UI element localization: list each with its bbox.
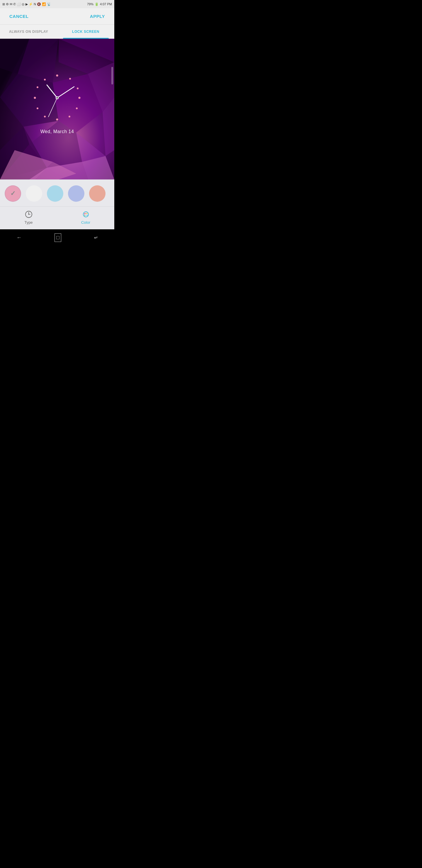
clock-svg (31, 71, 84, 124)
status-icons: ⊞ ⚙ ✉ ✆ ⬜ ◎ ▶ ⚡ N 🔇 📶 📡 (2, 2, 51, 6)
color-label: Color (81, 220, 90, 225)
instagram-icon: ◎ (22, 2, 25, 6)
tab-lock-screen[interactable]: LOCK SCREEN (57, 25, 114, 39)
youtube-icon: ▶ (26, 2, 28, 6)
phone-icon: ✆ (13, 2, 16, 6)
svg-line-33 (57, 87, 74, 98)
color-dot-periwinkle[interactable] (68, 185, 85, 202)
bottom-toolbar: Type Color (0, 207, 114, 229)
nfc-icon: N (34, 2, 36, 6)
scroll-handle[interactable] (111, 67, 113, 85)
svg-line-34 (48, 98, 57, 117)
mail-icon: ✉ (10, 2, 12, 6)
header: CANCEL APPLY (0, 8, 114, 25)
color-dot-salmon[interactable] (89, 185, 105, 202)
svg-line-32 (47, 85, 57, 98)
tab-bar: ALWAYS ON DISPLAY LOCK SCREEN (0, 25, 114, 39)
svg-point-21 (69, 78, 71, 80)
svg-point-27 (44, 116, 46, 118)
color-picker-section: ✓ (0, 180, 114, 207)
analog-clock (31, 71, 84, 124)
battery-icon: 🔋 (95, 2, 99, 6)
color-dot-white[interactable] (26, 185, 42, 202)
recents-icon[interactable]: ↵ (94, 235, 98, 241)
nav-bar: ← □ ↵ (0, 229, 114, 246)
svg-point-36 (57, 97, 58, 98)
selected-checkmark: ✓ (5, 186, 21, 201)
status-right: 79% 🔋 4:07 PM (87, 2, 112, 6)
svg-point-23 (78, 97, 80, 99)
svg-point-41 (83, 212, 89, 217)
clock-type-icon (25, 210, 33, 218)
back-icon[interactable]: ← (17, 235, 22, 241)
color-dot-light-blue[interactable] (47, 185, 63, 202)
clock-container: Wed, March 14 (31, 71, 84, 134)
svg-point-20 (56, 74, 58, 76)
color-dots-row: ✓ (5, 185, 109, 202)
toolbar-type[interactable]: Type (0, 210, 57, 225)
status-bar: ⊞ ⚙ ✉ ✆ ⬜ ◎ ▶ ⚡ N 🔇 📶 📡 79% 🔋 4:07 PM (0, 0, 114, 8)
tab-always-on-display[interactable]: ALWAYS ON DISPLAY (0, 25, 57, 39)
image-icon: ⬜ (17, 2, 21, 6)
apply-button[interactable]: APPLY (90, 14, 105, 19)
hashtag-icon: ⊞ (2, 2, 5, 6)
svg-point-24 (76, 107, 78, 110)
type-label: Type (24, 220, 33, 225)
svg-point-29 (34, 97, 36, 99)
time-text: 4:07 PM (100, 2, 112, 6)
svg-point-25 (69, 116, 70, 118)
bluetooth-icon: ⚡ (29, 2, 33, 6)
home-icon[interactable]: □ (55, 234, 61, 242)
battery-text: 79% (87, 2, 94, 6)
svg-point-22 (77, 88, 78, 89)
svg-point-42 (84, 213, 85, 215)
toolbar-color[interactable]: Color (57, 210, 114, 225)
svg-point-28 (37, 107, 38, 110)
svg-point-26 (56, 119, 58, 121)
svg-point-44 (87, 215, 88, 216)
color-palette-icon (82, 210, 90, 218)
preview-area: Wed, March 14 (0, 39, 114, 180)
signal-icon: 📡 (47, 2, 51, 6)
gear-icon: ⚙ (6, 2, 9, 6)
color-dot-pink[interactable]: ✓ (5, 185, 21, 202)
svg-point-30 (37, 87, 38, 88)
svg-point-31 (44, 79, 46, 81)
mute-icon: 🔇 (37, 2, 41, 6)
svg-point-46 (85, 213, 86, 214)
cancel-button[interactable]: CANCEL (9, 14, 29, 19)
svg-point-45 (84, 215, 85, 216)
svg-point-40 (28, 214, 29, 215)
date-display: Wed, March 14 (40, 129, 74, 134)
svg-point-43 (87, 213, 88, 214)
wifi-icon: 📶 (42, 2, 46, 6)
